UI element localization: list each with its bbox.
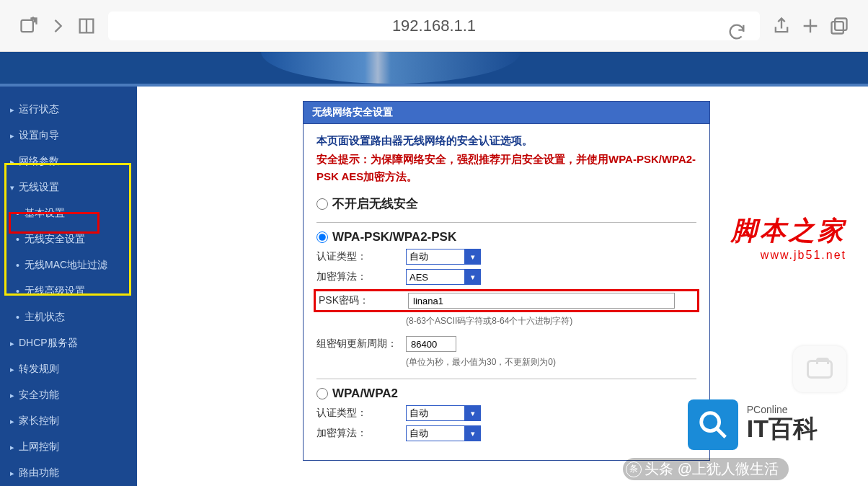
svg-rect-0 [22, 19, 33, 31]
main-content: 无线网络安全设置 本页面设置路由器无线网络的安全认证选项。 安全提示：为保障网络… [137, 87, 868, 486]
warning-text: 安全提示：为保障网络安全，强烈推荐开启安全设置，并使用WPA-PSK/WPA2-… [316, 151, 696, 185]
toutiao-icon: 条 [626, 461, 642, 477]
watermark-pconline: PConlineIT百科 [688, 399, 818, 450]
panel-title: 无线网络安全设置 [303, 101, 710, 124]
address-bar[interactable]: 192.168.1.1 [108, 12, 760, 40]
bookmarks-icon[interactable] [72, 12, 101, 40]
radio-wpa-label: WPA/WPA2 [332, 386, 398, 401]
sidebar-item-advanced[interactable]: 无线高级设置 [0, 278, 137, 304]
refresh-icon[interactable] [722, 17, 751, 46]
camera-button[interactable] [793, 346, 846, 392]
svg-point-3 [701, 413, 719, 431]
enc-select[interactable] [406, 269, 465, 285]
watermark-toutiao: 条 头条 @上犹人微生活 [623, 458, 789, 480]
sidebar-item-dhcp[interactable]: DHCP服务器 [0, 330, 137, 356]
browser-toolbar: 192.168.1.1 [0, 0, 868, 52]
dropdown-icon[interactable] [465, 405, 481, 421]
sidebar-item-status[interactable]: 运行状态 [0, 97, 137, 123]
intro-text: 本页面设置路由器无线网络的安全认证选项。 [316, 134, 696, 148]
sidebar-item-parental[interactable]: 家长控制 [0, 408, 137, 434]
sidebar-item-access[interactable]: 上网控制 [0, 434, 137, 460]
enc2-select[interactable] [406, 425, 465, 441]
search-icon [688, 399, 738, 450]
auth2-label: 认证类型： [316, 407, 406, 420]
sidebar-item-network[interactable]: 网络参数 [0, 149, 137, 174]
dropdown-icon[interactable] [465, 425, 481, 441]
header-banner [0, 52, 868, 87]
sidebar-item-security[interactable]: 无线安全设置 [0, 226, 137, 252]
panel-body: 本页面设置路由器无线网络的安全认证选项。 安全提示：为保障网络安全，强烈推荐开启… [303, 124, 710, 461]
sidebar-item-host-status[interactable]: 主机状态 [0, 304, 137, 330]
enc2-label: 加密算法： [316, 427, 406, 440]
share-icon[interactable] [767, 12, 796, 40]
radio-wpapsk-label: WPA-PSK/WPA2-PSK [332, 230, 456, 244]
dropdown-icon[interactable] [465, 269, 481, 285]
psk-input[interactable] [408, 293, 675, 309]
svg-rect-2 [832, 22, 843, 33]
dropdown-icon[interactable] [465, 249, 481, 265]
radio-wpapsk[interactable] [316, 231, 328, 243]
svg-rect-1 [835, 18, 846, 30]
auth-label: 认证类型： [316, 250, 406, 263]
new-tab-icon[interactable] [14, 12, 43, 40]
sidebar-item-security-func[interactable]: 安全功能 [0, 382, 137, 408]
auth2-select[interactable] [406, 405, 465, 421]
sidebar-item-wireless[interactable]: 无线设置 [0, 174, 137, 200]
gkey-hint: (单位为秒，最小值为30，不更新则为0) [406, 356, 696, 368]
sidebar-item-mac-filter[interactable]: 无线MAC地址过滤 [0, 252, 137, 278]
tabs-icon[interactable] [825, 12, 854, 40]
highlight-red-psk: PSK密码： [314, 289, 699, 312]
sidebar-item-routing[interactable]: 路由功能 [0, 460, 137, 486]
sidebar-item-wizard[interactable]: 设置向导 [0, 123, 137, 149]
forward-icon[interactable] [43, 12, 72, 40]
sidebar: 运行状态 设置向导 网络参数 无线设置 基本设置 无线安全设置 无线MAC地址过… [0, 87, 137, 486]
address-text: 192.168.1.1 [392, 17, 476, 35]
psk-hint: (8-63个ASCII码字符或8-64个十六进制字符) [406, 315, 696, 327]
watermark-jb51: 脚本之家 www.jb51.net [731, 213, 846, 262]
sidebar-item-basic[interactable]: 基本设置 [0, 200, 137, 226]
auth-select[interactable] [406, 249, 465, 265]
radio-wpa[interactable] [316, 388, 328, 399]
enc-label: 加密算法： [316, 270, 406, 283]
psk-label: PSK密码： [319, 294, 408, 307]
sidebar-item-forward[interactable]: 转发规则 [0, 356, 137, 382]
radio-disable-label: 不开启无线安全 [332, 195, 418, 212]
radio-disable[interactable] [316, 198, 328, 210]
gkey-label: 组密钥更新周期： [316, 337, 406, 350]
gkey-input[interactable] [406, 336, 456, 352]
new-tab-plus-icon[interactable] [796, 12, 825, 40]
